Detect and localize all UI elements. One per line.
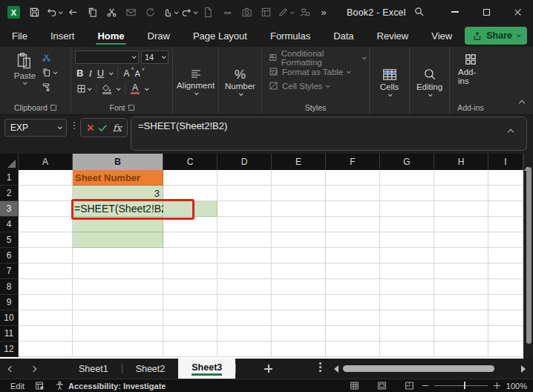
row-header-2[interactable]: 2	[0, 186, 19, 201]
column-header-G[interactable]: G	[380, 154, 434, 170]
cell-F12[interactable]	[326, 342, 380, 357]
tab-view[interactable]: View	[430, 27, 454, 45]
cell-I11[interactable]	[488, 326, 523, 342]
cell-D6[interactable]	[218, 248, 272, 264]
cell-I6[interactable]	[488, 248, 523, 264]
cut-icon[interactable]	[103, 4, 120, 22]
cell-A7[interactable]	[19, 264, 73, 279]
cell-C12[interactable]	[163, 342, 218, 357]
cell-E5[interactable]	[272, 232, 326, 248]
cell-B9[interactable]	[73, 295, 163, 310]
camera-icon[interactable]	[238, 4, 255, 22]
number-button[interactable]: % Number	[220, 68, 260, 97]
row-header-3[interactable]: 3	[0, 201, 19, 217]
cell-F8[interactable]	[326, 279, 380, 295]
cell-E1[interactable]	[272, 170, 326, 186]
cell-C8[interactable]	[163, 279, 218, 295]
cell-G4[interactable]	[380, 217, 434, 232]
cell-F10[interactable]	[326, 310, 380, 326]
horizontal-scroll-track[interactable]	[343, 365, 517, 373]
cell-C6[interactable]	[163, 248, 218, 264]
workbook-statistics-icon[interactable]	[258, 4, 274, 22]
cell-F3[interactable]	[326, 201, 380, 217]
accessibility-status[interactable]: Accessibility: Investigate	[55, 381, 166, 391]
borders-button[interactable]	[76, 84, 91, 94]
row-header-1[interactable]: 1	[0, 170, 19, 186]
cell-F11[interactable]	[326, 326, 380, 342]
tab-file[interactable]: File	[10, 27, 29, 45]
new-file-icon[interactable]	[200, 4, 216, 22]
zoom-in-icon[interactable]	[494, 382, 500, 389]
cell-E10[interactable]	[272, 310, 326, 326]
cell-G9[interactable]	[380, 295, 434, 310]
cell-F5[interactable]	[326, 232, 380, 248]
maximize-button[interactable]	[471, 0, 502, 24]
cell-D8[interactable]	[218, 279, 272, 295]
cell-B11[interactable]	[73, 326, 163, 342]
cell-D11[interactable]	[218, 326, 272, 342]
cell-B8[interactable]	[73, 279, 163, 295]
cell-mode-indicator[interactable]: Edit	[10, 382, 24, 391]
cell-H3[interactable]	[434, 201, 488, 217]
search-icon[interactable]	[413, 6, 425, 17]
cell-I2[interactable]	[488, 186, 523, 201]
formula-bar-grip[interactable]	[73, 122, 75, 129]
cell-H7[interactable]	[434, 264, 488, 279]
cell-F9[interactable]	[326, 295, 380, 310]
increase-font-button[interactable]: A˄	[123, 68, 129, 79]
cell-I3[interactable]	[488, 201, 523, 217]
cell-E11[interactable]	[272, 326, 326, 342]
cell-B12[interactable]	[73, 342, 163, 357]
row-header-10[interactable]: 10	[0, 310, 19, 326]
zoom-out-icon[interactable]	[422, 385, 428, 386]
sheet-tab-sheet1[interactable]: Sheet1	[65, 359, 122, 379]
redo-icon[interactable]	[180, 4, 197, 22]
touch-mode-icon[interactable]	[161, 4, 177, 22]
paste-button[interactable]: Paste	[14, 50, 36, 85]
cell-F2[interactable]	[326, 186, 380, 201]
cell-A12[interactable]	[19, 342, 73, 357]
cell-G6[interactable]	[380, 248, 434, 264]
cell-A9[interactable]	[19, 295, 73, 310]
cell-F1[interactable]	[326, 170, 380, 186]
mail-send-icon[interactable]	[122, 4, 139, 22]
cell-G3[interactable]	[380, 201, 434, 217]
macro-record-icon[interactable]	[35, 381, 45, 391]
row-header-12[interactable]: 12	[0, 342, 19, 357]
cell-C7[interactable]	[163, 264, 218, 279]
cell-C9[interactable]	[163, 295, 218, 310]
cancel-icon[interactable]	[86, 124, 94, 131]
strikethrough-icon[interactable]	[219, 4, 235, 22]
close-button[interactable]	[502, 0, 533, 24]
italic-button[interactable]: I	[88, 68, 91, 79]
editing-button[interactable]: Editing	[412, 66, 447, 98]
vertical-scrollbar[interactable]	[523, 154, 533, 359]
column-header-A[interactable]: A	[19, 154, 73, 170]
cell-A11[interactable]	[19, 326, 73, 342]
normal-view-icon[interactable]	[350, 381, 359, 391]
tab-data[interactable]: Data	[332, 27, 355, 45]
cell-D4[interactable]	[218, 217, 272, 232]
cell-B6[interactable]	[73, 248, 163, 264]
clipboard-dialog-launcher[interactable]	[50, 105, 56, 111]
cell-A1[interactable]	[19, 170, 73, 186]
page-layout-view-icon[interactable]	[377, 381, 387, 391]
cell-A2[interactable]	[19, 186, 73, 201]
scroll-left-icon[interactable]	[334, 365, 339, 373]
cell-I9[interactable]	[488, 295, 523, 310]
font-name-combobox[interactable]	[75, 50, 139, 64]
sheet-tab-sheet3-active[interactable]: Sheet3	[178, 359, 235, 379]
cell-E9[interactable]	[272, 295, 326, 310]
cell-A5[interactable]	[19, 232, 73, 248]
permissions-icon[interactable]	[296, 4, 313, 22]
format-painter-button[interactable]	[42, 82, 56, 93]
row-header-4[interactable]: 4	[0, 217, 19, 232]
back-icon[interactable]	[65, 4, 81, 22]
tab-home[interactable]: Home	[96, 27, 125, 45]
cell-H4[interactable]	[434, 217, 488, 232]
column-header-C[interactable]: C	[163, 154, 218, 170]
cell-D2[interactable]	[218, 186, 272, 201]
row-header-6[interactable]: 6	[0, 248, 19, 264]
cell-D9[interactable]	[218, 295, 272, 310]
cell-I12[interactable]	[488, 342, 523, 357]
